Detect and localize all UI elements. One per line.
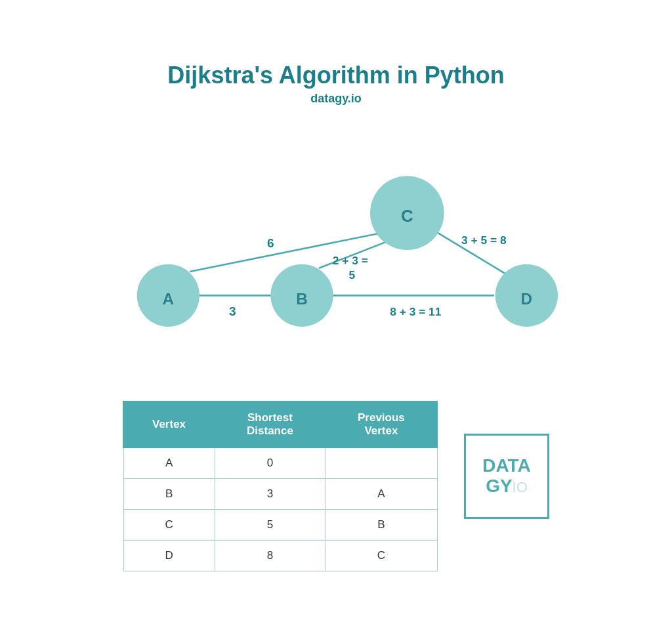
node-b-label: B xyxy=(296,289,308,307)
graph-area: 6 3 2 + 3 = 5 3 + 5 = 8 8 + 3 = 11 A B C xyxy=(80,125,592,375)
node-d-label: D xyxy=(521,289,533,307)
table-row: D 8 C xyxy=(123,540,437,571)
subtitle: datagy.io xyxy=(310,92,362,106)
cell-vertex-b: B xyxy=(123,478,215,509)
dijkstra-table: Vertex ShortestDistance PreviousVertex A… xyxy=(123,401,438,571)
cell-prev-c: B xyxy=(326,509,437,540)
table-section: Vertex ShortestDistance PreviousVertex A… xyxy=(80,401,592,571)
node-a-label: A xyxy=(163,289,175,307)
edge-label-3: 3 xyxy=(229,304,236,318)
table-row: A 0 xyxy=(123,447,437,479)
cell-prev-d: C xyxy=(326,540,437,571)
cell-distance-b: 3 xyxy=(215,478,326,509)
logo-io: IO xyxy=(513,479,528,495)
col-previous-vertex: PreviousVertex xyxy=(326,402,437,447)
logo-data: DATA xyxy=(482,455,531,476)
main-container: Dijkstra's Algorithm in Python datagy.io… xyxy=(67,42,605,598)
graph-svg: 6 3 2 + 3 = 5 3 + 5 = 8 8 + 3 = 11 A B C xyxy=(80,125,592,375)
logo-gy: GY xyxy=(486,476,512,496)
cell-vertex-d: D xyxy=(123,540,215,571)
edge-label-6: 6 xyxy=(267,236,274,249)
node-c-label: C xyxy=(401,206,413,226)
cell-prev-b: A xyxy=(326,478,437,509)
cell-distance-d: 8 xyxy=(215,540,326,571)
edge-label-bc: 2 + 3 = 5 xyxy=(333,253,371,281)
table-row: B 3 A xyxy=(123,478,437,509)
edge-label-cd: 3 + 5 = 8 xyxy=(461,234,507,247)
edge-label-bd: 8 + 3 = 11 xyxy=(390,304,441,318)
col-shortest-distance: ShortestDistance xyxy=(215,402,326,447)
cell-vertex-c: C xyxy=(123,509,215,540)
cell-distance-a: 0 xyxy=(215,447,326,479)
col-vertex: Vertex xyxy=(123,402,215,447)
cell-prev-a xyxy=(326,447,437,479)
logo-text: DATA GYIO xyxy=(482,456,531,497)
table-header-row: Vertex ShortestDistance PreviousVertex xyxy=(123,402,437,447)
table-row: C 5 B xyxy=(123,509,437,540)
cell-vertex-a: A xyxy=(123,447,215,479)
page-title: Dijkstra's Algorithm in Python xyxy=(167,62,504,89)
cell-distance-c: 5 xyxy=(215,509,326,540)
logo-box: DATA GYIO xyxy=(464,434,549,519)
